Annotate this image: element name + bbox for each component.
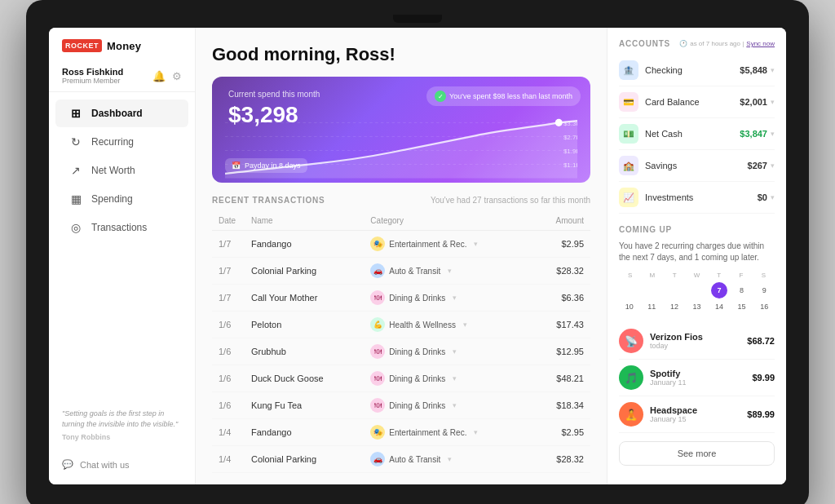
account-chevron-icon[interactable]: ▾	[771, 130, 775, 138]
right-panel: ACCOUNTS 🕐 as of 7 hours ago | Sync now …	[607, 28, 786, 484]
table-row[interactable]: 1/4 Colonial Parking 🚗 Auto & Transit ▾ …	[212, 446, 590, 473]
category-dropdown-icon[interactable]: ▾	[453, 374, 457, 382]
transactions-subtitle: You've had 27 transactions so far this m…	[431, 196, 590, 205]
account-item[interactable]: 🏫 Savings $267 ▾	[619, 150, 775, 182]
upcoming-name: Headspace	[650, 405, 740, 415]
sidebar-item-net-worth[interactable]: ↗ Net Worth	[55, 157, 188, 184]
transaction-category[interactable]: 🎭 Entertainment & Rec. ▾	[364, 419, 532, 446]
transaction-category[interactable]: 🍽 Dining & Drinks ▾	[364, 338, 532, 365]
upcoming-date: January 11	[650, 378, 745, 387]
table-row[interactable]: 1/7 Call Your Mother 🍽 Dining & Drinks ▾…	[212, 285, 590, 312]
cal-day-9: 9	[756, 282, 772, 298]
accounts-title: ACCOUNTS	[619, 39, 670, 48]
account-name: Card Balance	[645, 97, 700, 107]
sidebar-item-dashboard[interactable]: ⊞ Dashboard	[55, 99, 188, 127]
transactions-icon: ◎	[68, 221, 83, 234]
chat-link[interactable]: 💬 Chat with us	[49, 453, 195, 476]
greeting: Good morning, Ross!	[212, 44, 590, 65]
transaction-category[interactable]: 🍽 Dining & Drinks ▾	[364, 365, 532, 392]
table-row[interactable]: 1/6 Peloton 💪 Health & Wellness ▾ $17.43	[212, 312, 590, 338]
category-icon: 🍽	[370, 371, 385, 386]
cal-label-t2: T	[708, 272, 730, 279]
sidebar-item-label: Recurring	[91, 136, 134, 148]
category-dropdown-icon[interactable]: ▾	[448, 455, 452, 463]
account-chevron-icon[interactable]: ▾	[771, 98, 775, 106]
category-dropdown-icon[interactable]: ▾	[453, 401, 457, 409]
upcoming-list: 📡 Verizon Fios today $68.72 🎵 Spotify Ja…	[619, 323, 775, 433]
cal-day-empty1	[621, 282, 638, 298]
spending-icon: ▦	[68, 192, 83, 206]
cal-day-15: 15	[734, 298, 750, 315]
upcoming-info: Verizon Fios today	[650, 332, 740, 350]
account-chevron-icon[interactable]: ▾	[771, 161, 775, 170]
account-icon: 🏦	[619, 60, 638, 80]
transaction-category[interactable]: 🍽 Dining & Drinks ▾	[364, 285, 532, 312]
see-more-button[interactable]: See more	[619, 441, 775, 466]
gear-icon[interactable]: ⚙	[172, 70, 182, 82]
category-label: Auto & Transit	[389, 455, 440, 464]
account-item[interactable]: 💵 Net Cash $3,847 ▾	[619, 118, 775, 150]
user-tier: Premium Member	[62, 77, 123, 85]
account-icon: 🏫	[619, 156, 638, 175]
transaction-category[interactable]: 🚗 Auto & Transit ▾	[364, 258, 532, 285]
transaction-category[interactable]: 💪 Health & Wellness ▾	[364, 312, 532, 338]
account-left: 💳 Card Balance	[619, 92, 700, 112]
user-info: Ross Fishkind Premium Member	[62, 67, 123, 85]
table-row[interactable]: 1/4 Fandango 🎭 Entertainment & Rec. ▾ $2…	[212, 419, 590, 446]
account-chevron-icon[interactable]: ▾	[771, 193, 775, 201]
sync-info: 🕐 as of 7 hours ago | Sync now	[679, 40, 775, 47]
account-chevron-icon[interactable]: ▾	[771, 66, 775, 74]
transaction-category[interactable]: 🍽 Dining & Drinks ▾	[364, 392, 532, 419]
accounts-list: 🏦 Checking $5,848 ▾ 💳 Card Balance $2,00…	[619, 55, 775, 214]
bell-icon[interactable]: 🔔	[152, 70, 166, 82]
transaction-date: 1/6	[212, 365, 245, 392]
category-label: Dining & Drinks	[389, 401, 445, 410]
spend-card: Current spend this month $3,298 ✓ You've…	[212, 77, 590, 183]
category-label: Entertainment & Rec.	[389, 240, 466, 249]
transaction-category[interactable]: 🚗 Auto & Transit ▾	[364, 446, 532, 473]
table-row[interactable]: 1/6 Duck Duck Goose 🍽 Dining & Drinks ▾ …	[212, 365, 590, 392]
account-item[interactable]: 📈 Investments $0 ▾	[619, 182, 775, 214]
transaction-amount: $28.32	[532, 258, 590, 285]
category-dropdown-icon[interactable]: ▾	[453, 294, 457, 302]
transaction-date: 1/6	[212, 392, 245, 419]
transaction-name: Kung Fu Tea	[245, 392, 364, 419]
sync-link[interactable]: Sync now	[746, 40, 775, 47]
transaction-date: 1/7	[212, 258, 245, 285]
transaction-amount: $12.95	[532, 338, 590, 365]
sidebar-icon-group: 🔔 ⚙	[152, 70, 182, 82]
table-row[interactable]: 1/7 Fandango 🎭 Entertainment & Rec. ▾ $2…	[212, 231, 590, 258]
account-item[interactable]: 💳 Card Balance $2,001 ▾	[619, 86, 775, 118]
transactions-title: RECENT TRANSACTIONS	[212, 196, 325, 205]
transaction-category[interactable]: 🎭 Entertainment & Rec. ▾	[364, 231, 532, 258]
account-name: Net Cash	[645, 129, 683, 139]
dashboard-icon: ⊞	[68, 107, 83, 120]
table-row[interactable]: 1/6 Kung Fu Tea 🍽 Dining & Drinks ▾ $18.…	[212, 392, 590, 419]
quote-author: Tony Robbins	[62, 432, 182, 443]
cal-label-m: M	[641, 272, 663, 279]
category-dropdown-icon[interactable]: ▾	[453, 347, 457, 356]
category-dropdown-icon[interactable]: ▾	[448, 267, 452, 275]
account-item[interactable]: 🏦 Checking $5,848 ▾	[619, 55, 775, 86]
upcoming-info: Headspace January 15	[650, 405, 740, 423]
account-name: Investments	[645, 192, 693, 202]
category-dropdown-icon[interactable]: ▾	[463, 321, 467, 329]
sidebar-item-transactions[interactable]: ◎ Transactions	[55, 214, 188, 241]
sidebar-item-recurring[interactable]: ↻ Recurring	[55, 128, 188, 156]
table-row[interactable]: 1/7 Colonial Parking 🚗 Auto & Transit ▾ …	[212, 258, 590, 285]
cal-days-row2: 10 11 12 13 14 15 16	[619, 298, 775, 315]
net-worth-icon: ↗	[68, 164, 83, 177]
coming-up-desc: You have 2 recurring charges due within …	[619, 241, 775, 263]
transactions-table: Date Name Category Amount 1/7 Fandango 🎭…	[212, 211, 590, 473]
transaction-date: 1/4	[212, 419, 245, 446]
table-row[interactable]: 1/6 Grubhub 🍽 Dining & Drinks ▾ $12.95	[212, 338, 590, 365]
sidebar-item-spending[interactable]: ▦ Spending	[55, 185, 188, 213]
category-dropdown-icon[interactable]: ▾	[474, 240, 478, 248]
account-amount: $5,848	[740, 65, 767, 75]
cal-label-s2: S	[753, 272, 775, 279]
transaction-amount: $2.95	[532, 231, 590, 258]
category-dropdown-icon[interactable]: ▾	[474, 428, 478, 436]
transaction-date: 1/6	[212, 312, 245, 338]
badge-text: You've spent $98 less than last month	[449, 92, 572, 100]
sidebar-item-label: Dashboard	[91, 108, 143, 119]
